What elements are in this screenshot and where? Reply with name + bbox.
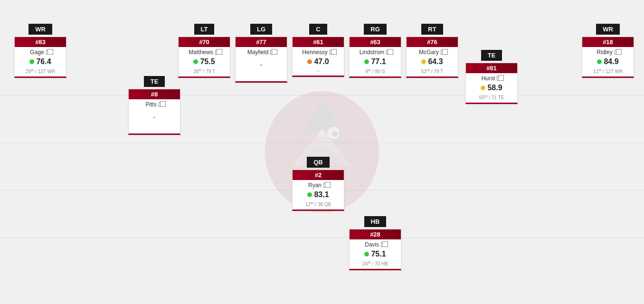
qb-card-inner[interactable]: #2 Ryan 83.1 12th / 38 QB: [292, 170, 344, 211]
lt-rank: 26th / 79 T: [179, 67, 230, 76]
hb-name: Davis: [350, 239, 401, 249]
lg-rating: -: [260, 57, 262, 72]
c-rank: –: [293, 67, 344, 76]
lt-number: #70: [179, 37, 230, 47]
wr-left-copy-icon[interactable]: [46, 50, 51, 55]
c-copy-icon[interactable]: [330, 50, 334, 55]
qb-number: #2: [293, 170, 344, 180]
wr-left-card-inner[interactable]: #83 Gage 76.4 29th / 127 WR: [14, 37, 66, 78]
rt-rank: 53rd / 79 T: [407, 67, 458, 76]
c-card-inner[interactable]: #61 Hennessy 47.0 –: [292, 37, 344, 77]
wr-right-dot: [597, 59, 602, 64]
wr-right-rank: 11th / 127 WR: [582, 67, 634, 76]
bg-line-3: [0, 238, 644, 238]
rt-copy-icon[interactable]: [441, 50, 445, 55]
lt-copy-icon[interactable]: [215, 50, 220, 55]
c-card: C #61 Hennessy 47.0 –: [292, 24, 344, 77]
te-left-position-badge: TE: [144, 76, 165, 87]
lt-rating: 75.5: [200, 57, 215, 66]
wr-right-name: Ridley: [582, 47, 634, 57]
hb-rank: 24th / 70 HB: [350, 259, 401, 269]
wr-left-dot: [29, 59, 34, 64]
wr-left-rating: 76.4: [36, 57, 51, 66]
qb-name: Ryan: [293, 180, 344, 190]
wr-left-name: Gage: [15, 47, 66, 57]
svg-point-4: [332, 131, 338, 137]
rg-number: #63: [350, 37, 401, 47]
wr-right-card: WR #18 Ridley 84.9 11th / 127 WR: [582, 24, 634, 78]
te-right-position-badge: TE: [481, 50, 502, 61]
te-left-card-inner[interactable]: #8 Pitts - –: [128, 89, 180, 135]
hb-position-badge: HB: [364, 216, 387, 227]
wr-right-position-badge: WR: [596, 24, 620, 35]
rg-name: Lindstrom: [350, 47, 401, 57]
rt-card: RT #76 McGary 64.3 53rd / 79 T: [406, 24, 458, 78]
lt-dot: [193, 59, 198, 64]
te-right-card-inner[interactable]: #81 Hurst 58.9 55th / 71 TE: [465, 63, 518, 104]
te-right-dot: [481, 86, 485, 90]
lg-card: LG #77 Mayfield - –: [235, 24, 287, 83]
rg-rank: 9th / 80 G: [350, 67, 401, 76]
rt-dot: [421, 59, 426, 64]
hb-dot: [364, 252, 369, 256]
wr-left-position-badge: WR: [28, 24, 52, 35]
wr-right-number: #18: [582, 37, 634, 47]
rg-dot: [364, 59, 369, 64]
te-right-number: #81: [466, 63, 517, 73]
wr-left-number: #83: [15, 37, 66, 47]
qb-position-badge: QB: [307, 157, 330, 168]
c-dot: [307, 59, 312, 64]
hb-rating: 75.1: [371, 250, 386, 258]
te-right-name: Hurst: [466, 73, 517, 83]
rg-rating: 77.1: [371, 57, 386, 66]
hb-card: HB #28 Davis 75.1 24th / 70 HB: [349, 216, 401, 270]
c-rating: 47.0: [314, 57, 329, 66]
rg-copy-icon[interactable]: [386, 50, 391, 55]
rt-position-badge: RT: [421, 24, 443, 35]
hb-card-inner[interactable]: #28 Davis 75.1 24th / 70 HB: [349, 229, 401, 270]
rt-name: McGary: [407, 47, 458, 57]
lg-position-badge: LG: [250, 24, 272, 35]
hb-number: #28: [350, 229, 401, 239]
c-name: Hennessy: [293, 47, 344, 57]
c-position-badge: C: [309, 24, 327, 35]
lg-name: Mayfield: [236, 47, 287, 57]
te-left-rating: -: [153, 110, 155, 124]
lg-copy-icon[interactable]: [270, 50, 275, 55]
wr-right-copy-icon[interactable]: [615, 50, 619, 55]
lg-number: #77: [236, 37, 287, 47]
wr-right-rating: 84.9: [604, 57, 618, 66]
rt-rating: 64.3: [428, 57, 443, 66]
rg-position-badge: RG: [364, 24, 387, 35]
lt-position-badge: LT: [194, 24, 215, 35]
lt-card: LT #70 Matthews 75.5 26th / 79 T: [178, 24, 230, 78]
wr-left-rank: 29th / 127 WR: [15, 67, 66, 76]
rt-number: #76: [407, 37, 458, 47]
wr-right-card-inner[interactable]: #18 Ridley 84.9 11th / 127 WR: [582, 37, 634, 78]
rt-card-inner[interactable]: #76 McGary 64.3 53rd / 79 T: [406, 37, 458, 78]
hb-copy-icon[interactable]: [381, 242, 386, 247]
rg-card: RG #63 Lindstrom 77.1 9th / 80 G: [349, 24, 401, 78]
c-number: #61: [293, 37, 344, 47]
te-right-copy-icon[interactable]: [497, 76, 502, 81]
lt-name: Matthews: [179, 47, 230, 57]
qb-rank: 12th / 38 QB: [293, 200, 344, 209]
te-left-card: TE #8 Pitts - –: [128, 76, 180, 135]
te-left-name: Pitts: [129, 99, 180, 109]
te-right-rank: 55th / 71 TE: [466, 93, 517, 103]
qb-rating: 83.1: [314, 190, 329, 199]
te-right-rating: 58.9: [487, 84, 502, 92]
qb-copy-icon[interactable]: [323, 183, 328, 188]
te-left-copy-icon[interactable]: [159, 102, 163, 107]
qb-card: QB #2 Ryan 83.1 12th / 38 QB: [292, 157, 344, 211]
wr-left-card: WR #83 Gage 76.4 29th / 127 WR: [14, 24, 66, 78]
qb-dot: [307, 192, 312, 197]
lt-card-inner[interactable]: #70 Matthews 75.5 26th / 79 T: [178, 37, 230, 78]
te-left-number: #8: [129, 89, 180, 99]
lg-card-inner[interactable]: #77 Mayfield - –: [235, 37, 287, 83]
te-right-card: TE #81 Hurst 58.9 55th / 71 TE: [465, 50, 518, 104]
rg-card-inner[interactable]: #63 Lindstrom 77.1 9th / 80 G: [349, 37, 401, 78]
field-container: WR #83 Gage 76.4 29th / 127 WR LT #70 Ma…: [0, 0, 644, 304]
